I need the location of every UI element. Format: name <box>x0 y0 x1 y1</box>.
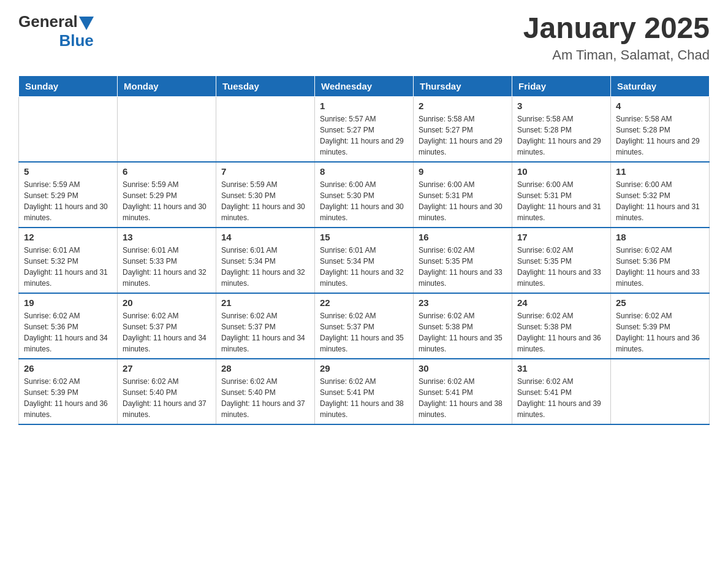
day-number: 10 <box>517 166 605 177</box>
day-info: Sunrise: 5:58 AMSunset: 5:28 PMDaylight:… <box>616 113 704 158</box>
day-info: Sunrise: 6:02 AMSunset: 5:36 PMDaylight:… <box>24 310 112 354</box>
calendar-cell: 15Sunrise: 6:01 AMSunset: 5:34 PMDayligh… <box>315 228 414 293</box>
calendar-cell: 19Sunrise: 6:02 AMSunset: 5:36 PMDayligh… <box>19 293 118 359</box>
day-number: 7 <box>221 166 309 177</box>
day-info: Sunrise: 6:00 AMSunset: 5:31 PMDaylight:… <box>419 179 507 223</box>
day-info: Sunrise: 6:02 AMSunset: 5:41 PMDaylight:… <box>419 376 507 420</box>
calendar-cell: 5Sunrise: 5:59 AMSunset: 5:29 PMDaylight… <box>19 162 118 228</box>
day-info: Sunrise: 5:59 AMSunset: 5:29 PMDaylight:… <box>24 179 112 223</box>
calendar-cell: 23Sunrise: 6:02 AMSunset: 5:38 PMDayligh… <box>414 293 512 359</box>
day-number: 21 <box>221 297 309 308</box>
calendar-cell: 10Sunrise: 6:00 AMSunset: 5:31 PMDayligh… <box>512 162 611 228</box>
calendar-cell: 14Sunrise: 6:01 AMSunset: 5:34 PMDayligh… <box>216 228 315 293</box>
day-number: 11 <box>616 166 704 177</box>
day-number: 18 <box>616 232 704 242</box>
page-header: General Blue January 2025 Am Timan, Sala… <box>18 12 710 63</box>
calendar-header-monday: Monday <box>118 75 216 96</box>
calendar-cell: 4Sunrise: 5:58 AMSunset: 5:28 PMDaylight… <box>611 96 710 162</box>
logo-general-text: General <box>18 12 78 31</box>
day-number: 15 <box>320 232 408 242</box>
calendar-cell: 8Sunrise: 6:00 AMSunset: 5:30 PMDaylight… <box>315 162 414 228</box>
calendar-cell: 24Sunrise: 6:02 AMSunset: 5:38 PMDayligh… <box>512 293 611 359</box>
day-info: Sunrise: 6:02 AMSunset: 5:41 PMDaylight:… <box>517 376 605 420</box>
day-info: Sunrise: 6:02 AMSunset: 5:36 PMDaylight:… <box>616 245 704 289</box>
title-section: January 2025 Am Timan, Salamat, Chad <box>523 12 710 63</box>
day-number: 23 <box>419 297 507 308</box>
calendar-cell: 7Sunrise: 5:59 AMSunset: 5:30 PMDaylight… <box>216 162 315 228</box>
day-info: Sunrise: 6:00 AMSunset: 5:32 PMDaylight:… <box>616 179 704 223</box>
day-number: 6 <box>123 166 211 177</box>
day-number: 25 <box>616 297 704 308</box>
calendar-header-saturday: Saturday <box>611 75 710 96</box>
calendar-cell: 26Sunrise: 6:02 AMSunset: 5:39 PMDayligh… <box>19 359 118 424</box>
calendar-week-2: 5Sunrise: 5:59 AMSunset: 5:29 PMDaylight… <box>19 162 710 228</box>
day-info: Sunrise: 6:00 AMSunset: 5:31 PMDaylight:… <box>517 179 605 223</box>
calendar-cell: 28Sunrise: 6:02 AMSunset: 5:40 PMDayligh… <box>216 359 315 424</box>
calendar-week-5: 26Sunrise: 6:02 AMSunset: 5:39 PMDayligh… <box>19 359 710 424</box>
day-number: 20 <box>123 297 211 308</box>
day-number: 28 <box>221 363 309 373</box>
day-number: 4 <box>616 101 704 111</box>
day-number: 22 <box>320 297 408 308</box>
calendar-cell: 6Sunrise: 5:59 AMSunset: 5:29 PMDaylight… <box>118 162 216 228</box>
calendar-cell: 1Sunrise: 5:57 AMSunset: 5:27 PMDaylight… <box>315 96 414 162</box>
day-number: 16 <box>419 232 507 242</box>
calendar-cell: 11Sunrise: 6:00 AMSunset: 5:32 PMDayligh… <box>611 162 710 228</box>
calendar-week-4: 19Sunrise: 6:02 AMSunset: 5:36 PMDayligh… <box>19 293 710 359</box>
day-info: Sunrise: 6:02 AMSunset: 5:41 PMDaylight:… <box>320 376 408 420</box>
day-info: Sunrise: 5:59 AMSunset: 5:30 PMDaylight:… <box>221 179 309 223</box>
day-info: Sunrise: 5:58 AMSunset: 5:28 PMDaylight:… <box>517 113 605 158</box>
calendar-cell: 29Sunrise: 6:02 AMSunset: 5:41 PMDayligh… <box>315 359 414 424</box>
day-info: Sunrise: 6:02 AMSunset: 5:38 PMDaylight:… <box>517 310 605 354</box>
calendar-cell: 25Sunrise: 6:02 AMSunset: 5:39 PMDayligh… <box>611 293 710 359</box>
day-info: Sunrise: 6:02 AMSunset: 5:40 PMDaylight:… <box>221 376 309 420</box>
day-info: Sunrise: 6:01 AMSunset: 5:34 PMDaylight:… <box>221 245 309 289</box>
calendar-table: SundayMondayTuesdayWednesdayThursdayFrid… <box>18 75 710 425</box>
day-info: Sunrise: 5:58 AMSunset: 5:27 PMDaylight:… <box>419 113 507 158</box>
calendar-cell: 9Sunrise: 6:00 AMSunset: 5:31 PMDaylight… <box>414 162 512 228</box>
day-info: Sunrise: 6:01 AMSunset: 5:32 PMDaylight:… <box>24 245 112 289</box>
day-number: 5 <box>24 166 112 177</box>
calendar-cell: 31Sunrise: 6:02 AMSunset: 5:41 PMDayligh… <box>512 359 611 424</box>
day-number: 13 <box>123 232 211 242</box>
day-info: Sunrise: 6:01 AMSunset: 5:34 PMDaylight:… <box>320 245 408 289</box>
calendar-cell: 3Sunrise: 5:58 AMSunset: 5:28 PMDaylight… <box>512 96 611 162</box>
logo-triangle-icon <box>79 17 94 30</box>
calendar-cell <box>611 359 710 424</box>
calendar-cell: 30Sunrise: 6:02 AMSunset: 5:41 PMDayligh… <box>414 359 512 424</box>
calendar-cell <box>19 96 118 162</box>
calendar-cell: 22Sunrise: 6:02 AMSunset: 5:37 PMDayligh… <box>315 293 414 359</box>
day-number: 3 <box>517 101 605 111</box>
day-number: 30 <box>419 363 507 373</box>
logo-blue-text: Blue <box>59 31 93 50</box>
day-number: 19 <box>24 297 112 308</box>
calendar-cell <box>118 96 216 162</box>
month-title: January 2025 <box>523 12 710 45</box>
day-number: 8 <box>320 166 408 177</box>
calendar-cell: 2Sunrise: 5:58 AMSunset: 5:27 PMDaylight… <box>414 96 512 162</box>
day-info: Sunrise: 6:02 AMSunset: 5:40 PMDaylight:… <box>123 376 211 420</box>
day-number: 2 <box>419 101 507 111</box>
day-info: Sunrise: 6:02 AMSunset: 5:35 PMDaylight:… <box>419 245 507 289</box>
calendar-cell: 20Sunrise: 6:02 AMSunset: 5:37 PMDayligh… <box>118 293 216 359</box>
location-title: Am Timan, Salamat, Chad <box>523 47 710 63</box>
day-info: Sunrise: 6:00 AMSunset: 5:30 PMDaylight:… <box>320 179 408 223</box>
day-info: Sunrise: 6:02 AMSunset: 5:39 PMDaylight:… <box>24 376 112 420</box>
day-info: Sunrise: 5:59 AMSunset: 5:29 PMDaylight:… <box>123 179 211 223</box>
day-number: 26 <box>24 363 112 373</box>
calendar-header-row: SundayMondayTuesdayWednesdayThursdayFrid… <box>19 75 710 96</box>
calendar-header-friday: Friday <box>512 75 611 96</box>
calendar-cell: 27Sunrise: 6:02 AMSunset: 5:40 PMDayligh… <box>118 359 216 424</box>
day-number: 17 <box>517 232 605 242</box>
calendar-week-1: 1Sunrise: 5:57 AMSunset: 5:27 PMDaylight… <box>19 96 710 162</box>
day-number: 24 <box>517 297 605 308</box>
calendar-cell: 12Sunrise: 6:01 AMSunset: 5:32 PMDayligh… <box>19 228 118 293</box>
logo: General Blue <box>18 12 94 50</box>
calendar-header-wednesday: Wednesday <box>315 75 414 96</box>
calendar-cell <box>216 96 315 162</box>
calendar-cell: 16Sunrise: 6:02 AMSunset: 5:35 PMDayligh… <box>414 228 512 293</box>
calendar-header-sunday: Sunday <box>19 75 118 96</box>
day-info: Sunrise: 6:02 AMSunset: 5:39 PMDaylight:… <box>616 310 704 354</box>
day-info: Sunrise: 6:02 AMSunset: 5:38 PMDaylight:… <box>419 310 507 354</box>
day-number: 14 <box>221 232 309 242</box>
